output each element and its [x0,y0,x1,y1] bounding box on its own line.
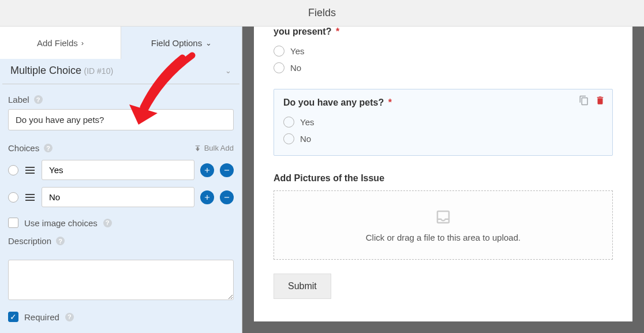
dropzone-hint: Click or drag a file to this area to upl… [366,233,521,242]
default-radio[interactable] [8,192,18,203]
drag-handle-icon[interactable] [24,167,36,174]
help-icon[interactable]: ? [65,313,74,321]
help-icon[interactable]: ? [103,219,112,227]
chevron-down-icon: ⌄ [205,39,212,47]
tab-field-options[interactable]: Field Options ⌄ [121,27,242,59]
choice-input[interactable] [42,187,194,207]
section-header[interactable]: Multiple Choice (ID #10) ⌄ [2,59,239,84]
inbox-icon [433,208,454,226]
radio-option[interactable]: No [283,130,603,147]
bulk-add-button[interactable]: Bulk Add [194,144,234,152]
choice-input[interactable] [42,160,194,180]
label-text: Label [8,95,29,104]
required-asterisk: * [336,27,339,36]
option-label: No [300,134,311,144]
tab-label: Field Options [151,38,202,48]
help-icon[interactable]: ? [34,95,43,104]
question-title: Do you have any pets? [283,98,384,107]
image-choices-checkbox[interactable] [8,218,18,228]
default-radio[interactable] [8,165,18,175]
choices-label: Choices [8,143,39,153]
sidebar: Add Fields › Field Options ⌄ Multiple Ch… [0,27,242,333]
required-checkbox[interactable]: ✓ [8,312,18,322]
section-title: Multiple Choice [10,65,81,76]
remove-choice-button[interactable] [220,190,234,204]
radio-option[interactable]: Yes [274,43,613,59]
radio-option[interactable]: No [274,59,613,76]
radio-icon [283,133,294,144]
description-textarea[interactable] [8,260,234,300]
tab-label: Add Fields [37,38,78,48]
chevron-down-icon: ⌄ [225,66,231,75]
radio-icon [274,46,284,57]
required-row: ✓ Required ? [0,306,242,328]
download-icon [194,144,201,152]
file-dropzone[interactable]: Click or drag a file to this area to upl… [274,190,613,260]
image-choices-row: Use image choices ? [0,212,242,234]
add-choice-button[interactable] [200,190,214,204]
option-label: Yes [290,46,304,56]
radio-icon [274,62,284,73]
plus-icon [203,193,211,201]
radio-icon [283,117,294,128]
add-choice-button[interactable] [200,163,214,177]
chevron-right-icon: › [81,39,84,47]
choices-header: Choices ? Bulk Add [0,136,242,158]
section-id: (ID #10) [84,66,114,76]
choice-row [0,158,242,185]
help-icon[interactable]: ? [44,144,53,152]
description-group: Description ? [0,234,242,256]
page-title: Fields [308,7,336,19]
form-field-selected[interactable]: Do you have any pets? * Yes No [274,89,613,156]
plus-icon [203,166,211,174]
image-choices-label: Use image choices [24,218,98,228]
minus-icon [223,166,231,174]
submit-label: Submit [288,281,317,291]
drag-handle-icon[interactable] [24,194,36,201]
preview-area: you present? * Yes No Do you have any pe… [242,27,644,333]
minus-icon [223,193,231,201]
form-canvas[interactable]: you present? * Yes No Do you have any pe… [254,27,632,321]
option-label: No [290,63,301,73]
required-label: Required [24,312,59,322]
submit-button[interactable]: Submit [274,274,331,299]
form-field[interactable]: you present? * Yes No [274,27,613,76]
upload-field[interactable]: Add Pictures of the Issue Click or drag … [274,173,613,260]
radio-option[interactable]: Yes [283,114,603,130]
help-icon[interactable]: ? [56,237,65,245]
tab-bar: Add Fields › Field Options ⌄ [0,27,242,59]
option-label: Yes [300,117,314,127]
remove-choice-button[interactable] [220,163,234,177]
required-asterisk: * [388,98,392,107]
question-title: you present? [274,27,331,36]
trash-icon[interactable] [595,95,605,106]
tab-add-fields[interactable]: Add Fields › [0,27,121,59]
label-input[interactable] [8,109,234,130]
description-label: Description [8,236,51,246]
page-title-bar: Fields [0,0,644,27]
upload-label: Add Pictures of the Issue [274,173,613,184]
duplicate-icon[interactable] [579,95,589,106]
label-field-group: Label ? [0,92,242,136]
bulk-add-label: Bulk Add [204,144,234,152]
choice-row [0,185,242,212]
